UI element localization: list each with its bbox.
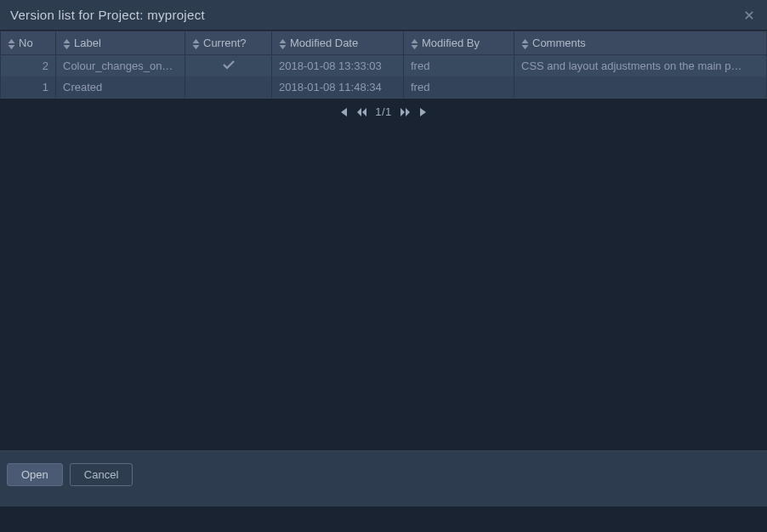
column-label: Modified Date [290, 37, 358, 49]
column-label: Label [74, 37, 101, 49]
column-header-current[interactable]: Current? [185, 31, 272, 55]
cell-no: 2 [1, 55, 56, 77]
sort-icon [411, 37, 418, 49]
content-area: 1/1 [0, 99, 767, 450]
sort-icon [279, 37, 287, 49]
version-list-dialog: Version list for Project: myproject No L… [0, 0, 767, 532]
cancel-button[interactable]: Cancel [70, 463, 133, 486]
cell-no: 1 [1, 76, 56, 98]
cell-current [185, 55, 272, 77]
sort-icon [8, 37, 15, 49]
pager-info: 1/1 [375, 105, 392, 118]
dialog-header: Version list for Project: myproject [0, 0, 767, 31]
version-table-container: No Label Current? Modified Date Modified… [0, 31, 767, 99]
pager-last-icon[interactable] [419, 107, 429, 117]
cell-modified-date: 2018-01-08 13:33:03 [272, 55, 404, 77]
table-row[interactable]: 2Colour_changes_on…2018-01-08 13:33:03fr… [1, 55, 767, 77]
open-button[interactable]: Open [7, 463, 63, 486]
cell-modified-by: fred [404, 76, 514, 98]
footer-strip [0, 507, 767, 532]
cell-current [185, 76, 272, 98]
version-table: No Label Current? Modified Date Modified… [0, 31, 767, 98]
pager: 1/1 [0, 99, 767, 125]
pager-prev-icon[interactable] [356, 107, 366, 117]
cell-modified-date: 2018-01-08 11:48:34 [272, 76, 404, 98]
button-bar: Open Cancel [0, 450, 767, 507]
column-label: Current? [203, 37, 247, 49]
sort-icon [192, 37, 200, 49]
table-header-row: No Label Current? Modified Date Modified… [1, 31, 767, 55]
sort-icon [63, 37, 71, 49]
sort-icon [521, 37, 529, 49]
column-label: Modified By [422, 37, 480, 49]
column-header-comments[interactable]: Comments [514, 31, 767, 55]
column-header-no[interactable]: No [1, 31, 56, 55]
cell-comments [514, 76, 767, 98]
column-header-label[interactable]: Label [56, 31, 185, 55]
cell-label: Created [56, 76, 185, 98]
check-icon [223, 59, 235, 72]
column-header-modified-by[interactable]: Modified By [404, 31, 514, 55]
table-row[interactable]: 1Created2018-01-08 11:48:34fred [1, 76, 767, 98]
pager-first-icon[interactable] [338, 107, 348, 117]
close-icon[interactable] [741, 5, 757, 25]
column-label: Comments [532, 37, 586, 49]
cell-label: Colour_changes_on… [56, 55, 185, 77]
dialog-title: Version list for Project: myproject [10, 8, 205, 22]
cell-comments: CSS and layout adjustments on the main p… [514, 55, 767, 77]
column-header-modified-date[interactable]: Modified Date [272, 31, 404, 55]
pager-next-icon[interactable] [401, 107, 411, 117]
column-label: No [19, 37, 33, 49]
cell-modified-by: fred [404, 55, 514, 77]
